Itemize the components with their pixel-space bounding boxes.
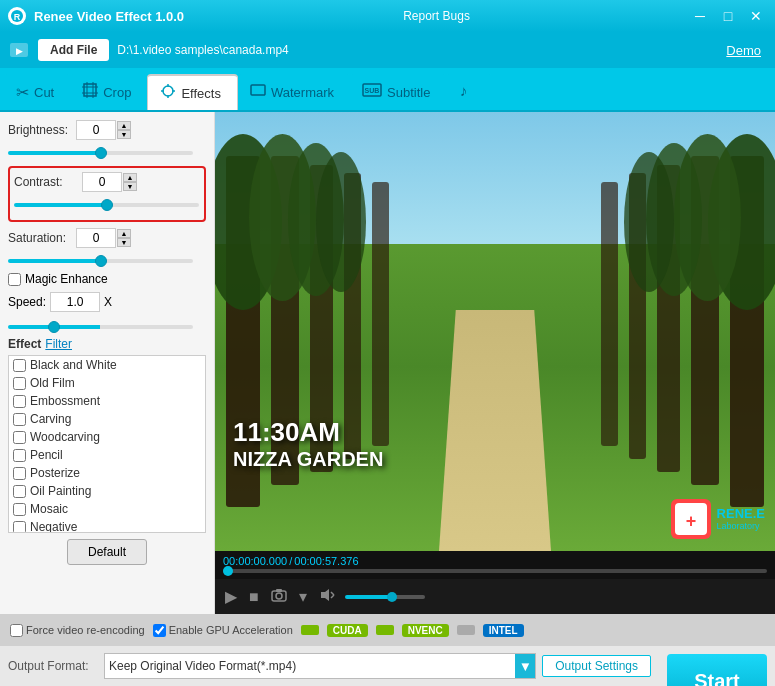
- progress-track[interactable]: [223, 569, 767, 573]
- video-controls: ▶ ■ ▾: [215, 579, 775, 614]
- svg-text:♪: ♪: [460, 82, 468, 99]
- intel-icon: [457, 623, 475, 637]
- file-bar: ▶ Add File D:\1.video samples\canada.mp4…: [0, 32, 775, 68]
- tab-watermark-label: Watermark: [271, 85, 334, 100]
- tab-crop[interactable]: Crop: [70, 74, 147, 110]
- effect-item-pencil[interactable]: Pencil: [9, 446, 205, 464]
- filter-tab-button[interactable]: Filter: [45, 337, 72, 351]
- demo-link[interactable]: Demo: [726, 43, 761, 58]
- crop-icon: [82, 82, 98, 102]
- progress-thumb[interactable]: [223, 566, 233, 576]
- total-time: 00:00:57.376: [294, 555, 358, 567]
- cut-icon: ✂: [16, 83, 29, 102]
- effect-checkbox-black-white[interactable]: [13, 359, 26, 372]
- effect-checkbox-embossment[interactable]: [13, 395, 26, 408]
- svg-rect-27: [301, 625, 319, 635]
- tab-cut[interactable]: ✂ Cut: [4, 74, 70, 110]
- brightness-row: Brightness: ▲ ▼: [8, 120, 206, 140]
- force-encoding-checkbox[interactable]: [10, 624, 23, 637]
- svg-rect-29: [457, 625, 475, 635]
- effect-item-old-film[interactable]: Old Film: [9, 374, 205, 392]
- nav-tabs: ✂ Cut Crop Effects Watermark SUB Subtitl…: [0, 68, 775, 112]
- tab-music[interactable]: ♪: [446, 74, 492, 110]
- contrast-input[interactable]: [82, 172, 122, 192]
- gpu-acceleration-label[interactable]: Enable GPU Acceleration: [153, 624, 293, 637]
- magic-enhance-checkbox[interactable]: [8, 273, 21, 286]
- gpu-acceleration-checkbox[interactable]: [153, 624, 166, 637]
- saturation-input[interactable]: [76, 228, 116, 248]
- svg-text:▶: ▶: [16, 46, 23, 56]
- force-encoding-label[interactable]: Force video re-encoding: [10, 624, 145, 637]
- effect-checkbox-negative[interactable]: [13, 521, 26, 534]
- speed-row: Speed: X: [8, 292, 206, 312]
- effect-item-negative[interactable]: Negative: [9, 518, 205, 533]
- effect-checkbox-old-film[interactable]: [13, 377, 26, 390]
- report-bugs-link[interactable]: Report Bugs: [403, 9, 470, 23]
- cuda-badge: CUDA: [327, 624, 368, 637]
- magic-enhance-row: Magic Enhance: [8, 272, 206, 286]
- effect-tab-button[interactable]: Effect: [8, 337, 41, 351]
- stop-button[interactable]: ■: [247, 586, 261, 608]
- brightness-up[interactable]: ▲: [117, 121, 131, 130]
- speed-slider[interactable]: [8, 325, 193, 329]
- saturation-up[interactable]: ▲: [117, 229, 131, 238]
- main-content: Brightness: ▲ ▼ Contrast: ▲ ▼: [0, 112, 775, 614]
- svg-rect-28: [376, 625, 394, 635]
- brightness-slider[interactable]: [8, 151, 193, 155]
- saturation-slider[interactable]: [8, 259, 193, 263]
- tab-subtitle[interactable]: SUB Subtitle: [350, 74, 446, 110]
- brightness-down[interactable]: ▼: [117, 130, 131, 139]
- effect-checkbox-posterize[interactable]: [13, 467, 26, 480]
- play-button[interactable]: ▶: [223, 585, 239, 608]
- tab-effects[interactable]: Effects: [147, 74, 238, 110]
- effect-checkbox-pencil[interactable]: [13, 449, 26, 462]
- effect-item-carving[interactable]: Carving: [9, 410, 205, 428]
- volume-button[interactable]: [317, 586, 337, 608]
- music-icon: ♪: [458, 81, 476, 103]
- brightness-input[interactable]: [76, 120, 116, 140]
- svg-point-22: [276, 593, 282, 599]
- speed-input[interactable]: [50, 292, 100, 312]
- add-file-button[interactable]: Add File: [38, 39, 109, 61]
- file-bar-icon: ▶: [8, 39, 30, 61]
- maximize-button[interactable]: □: [717, 7, 739, 25]
- effect-item-woodcarving[interactable]: Woodcarving: [9, 428, 205, 446]
- effect-checkbox-woodcarving[interactable]: [13, 431, 26, 444]
- effect-item-posterize[interactable]: Posterize: [9, 464, 205, 482]
- volume-slider[interactable]: [345, 595, 425, 599]
- minimize-button[interactable]: ─: [689, 7, 711, 25]
- watermark-icon: [250, 82, 266, 102]
- output-settings-button[interactable]: Output Settings: [542, 655, 651, 677]
- svg-rect-14: [251, 85, 265, 95]
- output-format-input[interactable]: [105, 657, 515, 675]
- snapshot-button[interactable]: [269, 586, 289, 608]
- svg-text:+: +: [685, 511, 696, 531]
- output-format-bar: Output Format: ▼ Output Settings: [0, 646, 775, 686]
- effect-item-oil-painting[interactable]: Oil Painting: [9, 482, 205, 500]
- bottom-section: Force video re-encoding Enable GPU Accel…: [0, 614, 775, 686]
- contrast-down[interactable]: ▼: [123, 182, 137, 191]
- effect-checkbox-mosaic[interactable]: [13, 503, 26, 516]
- close-button[interactable]: ✕: [745, 7, 767, 25]
- start-button[interactable]: Start: [667, 654, 767, 686]
- effect-item-mosaic[interactable]: Mosaic: [9, 500, 205, 518]
- output-format-dropdown[interactable]: ▼: [515, 654, 535, 678]
- tab-effects-label: Effects: [181, 86, 221, 101]
- contrast-slider[interactable]: [14, 203, 199, 207]
- video-text-overlay: 11:30AM NIZZA GARDEN: [233, 417, 383, 471]
- snapshot-dropdown[interactable]: ▾: [297, 585, 309, 608]
- contrast-up[interactable]: ▲: [123, 173, 137, 182]
- effect-item-black-white[interactable]: Black and White: [9, 356, 205, 374]
- tab-watermark[interactable]: Watermark: [238, 74, 350, 110]
- effect-checkbox-oil-painting[interactable]: [13, 485, 26, 498]
- svg-rect-23: [276, 589, 282, 592]
- tab-crop-label: Crop: [103, 85, 131, 100]
- saturation-down[interactable]: ▼: [117, 238, 131, 247]
- effect-checkbox-carving[interactable]: [13, 413, 26, 426]
- left-panel: Brightness: ▲ ▼ Contrast: ▲ ▼: [0, 112, 215, 614]
- speed-unit: X: [104, 295, 112, 309]
- brightness-slider-container: [8, 144, 206, 158]
- default-button[interactable]: Default: [67, 539, 147, 565]
- effect-item-embossment[interactable]: Embossment: [9, 392, 205, 410]
- time-separator: /: [289, 555, 292, 567]
